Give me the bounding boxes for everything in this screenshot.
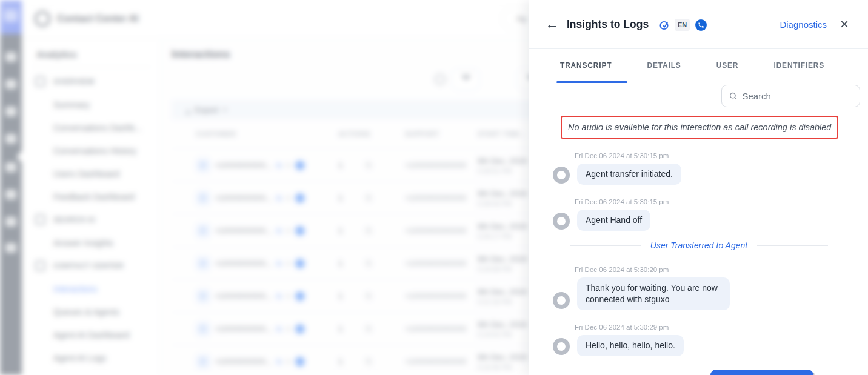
tab[interactable]: USER [716, 61, 739, 70]
insights-to-logs-drawer: ← Insights to Logs EN Diagnostics × TRAN… [529, 0, 868, 375]
tab[interactable]: DETAILS [647, 61, 681, 70]
drawer-header: ← Insights to Logs EN Diagnostics × [529, 0, 868, 49]
agent-avatar [553, 338, 570, 355]
search-input[interactable] [742, 91, 852, 101]
call-icon[interactable] [695, 19, 707, 31]
drawer-title: Insights to Logs [567, 18, 649, 31]
transcript-search[interactable] [721, 85, 860, 107]
agent-avatar [553, 167, 570, 184]
transcript-message: Fri Dec 06 2024 at 5:30:20 pm Thank you … [529, 266, 868, 310]
message-bubble: Agent Hand off [577, 210, 650, 231]
diagnostics-link[interactable]: Diagnostics [780, 19, 827, 30]
message-timestamp: Fri Dec 06 2024 at 5:30:15 pm [575, 198, 868, 205]
message-timestamp: Fri Dec 06 2024 at 5:30:20 pm [575, 266, 868, 273]
screen: Contact Center AI Ag Analytics OVERVIEW [0, 0, 868, 375]
agent-avatar [553, 292, 570, 309]
no-audio-notice: No audio is available for this interacti… [561, 116, 838, 139]
user-message-bubble-partial [710, 370, 813, 375]
message-bubble: Thank you for waiting. You are now conne… [577, 277, 730, 310]
language-badge: EN [675, 19, 690, 31]
message-bubble: Hello, hello, hello, hello. [577, 335, 684, 356]
transcript-panel: No audio is available for this interacti… [529, 114, 868, 375]
divider-line [570, 245, 641, 246]
tab[interactable]: TRANSCRIPT [560, 61, 612, 70]
transfer-divider-label: User Transferred to Agent [650, 241, 747, 250]
transcript-message: Fri Dec 06 2024 at 5:30:15 pm Agent Hand… [529, 198, 868, 231]
message-timestamp: Fri Dec 06 2024 at 5:30:29 pm [575, 324, 868, 331]
transcript-message: Fri Dec 06 2024 at 5:30:29 pm Hello, hel… [529, 324, 868, 356]
back-button[interactable]: ← [546, 16, 559, 32]
transcript-message-user: Fri Dec 06 2024 at 5:30:32 pm [529, 370, 868, 375]
transcript-message: Fri Dec 06 2024 at 5:30:15 pm Agent tran… [529, 152, 868, 185]
search-icon [729, 91, 737, 101]
message-timestamp: Fri Dec 06 2024 at 5:30:15 pm [575, 152, 868, 159]
search-row [529, 83, 868, 114]
drawer-tabs: TRANSCRIPT DETAILS USER IDENTIFIERS [529, 49, 868, 83]
close-icon[interactable]: × [840, 16, 849, 33]
summarize-icon[interactable] [659, 20, 669, 30]
message-bubble: Agent transfer initiated. [577, 164, 681, 185]
transfer-divider: User Transferred to Agent [570, 241, 828, 250]
divider-line [757, 245, 828, 246]
tab[interactable]: IDENTIFIERS [774, 61, 824, 70]
agent-avatar [553, 213, 570, 230]
